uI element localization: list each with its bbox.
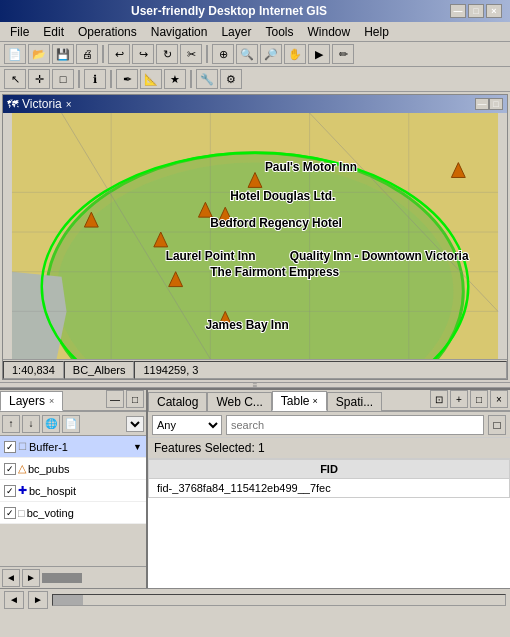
play-button[interactable]: ▶ [308,44,330,64]
tab-web-label: Web C... [216,395,262,409]
add-layer-button[interactable]: 🌐 [42,415,60,433]
layer-checkbox-voting[interactable]: ✓ [4,507,16,519]
tab-spatial-label: Spati... [336,395,373,409]
move-button[interactable]: ✛ [28,69,50,89]
features-selected-text: Features Selected: 1 [154,441,265,455]
svg-text:Paul's Motor Inn: Paul's Motor Inn [265,160,357,174]
scroll-track [42,569,144,587]
svg-text:Hotel Douglas Ltd.: Hotel Douglas Ltd. [230,189,335,203]
map-restore-button[interactable]: — [475,98,489,110]
layer-item-voting[interactable]: ✓ □ bc_voting [0,502,146,524]
maximize-button[interactable]: □ [468,4,484,18]
menu-help[interactable]: Help [358,24,395,40]
layer-checkbox-hospit[interactable]: ✓ [4,485,16,497]
map-container: 🗺 Victoria × — □ [0,92,510,382]
layer-visibility-buffer[interactable]: ☐ [18,441,27,452]
menu-file[interactable]: File [4,24,35,40]
scroll-right-btn[interactable]: ► [22,569,40,587]
draw-button[interactable]: ✒ [116,69,138,89]
table-area[interactable]: FID fid-_3768fa84_115412eb499__7fec [148,459,510,588]
menu-layer[interactable]: Layer [215,24,257,40]
status-scroll-track[interactable] [52,594,506,606]
feature-filter-select[interactable]: Any Selected All [152,415,222,435]
menu-operations[interactable]: Operations [72,24,143,40]
refresh-button[interactable]: ↻ [156,44,178,64]
layer-settings-button[interactable]: 📄 [62,415,80,433]
layer-scroll-btn[interactable]: ▼ [133,442,142,452]
layer-item-hospit[interactable]: ✓ ✚ bc_hospit [0,480,146,502]
menu-navigation[interactable]: Navigation [145,24,214,40]
new-button[interactable]: 📄 [4,44,26,64]
status-scroll-thumb[interactable] [53,595,83,605]
zoom-extent-button[interactable]: ⊕ [212,44,234,64]
search-options-btn[interactable]: □ [488,415,506,435]
bottom-panel: Layers × — □ ↑ ↓ 🌐 📄 ▼ ✓ ☐ [0,388,510,588]
layer-item-buffer[interactable]: ✓ ☐ Buffer-1 ▼ [0,436,146,458]
box-button[interactable]: □ [52,69,74,89]
toolbar-row-1: 📄 📂 💾 🖨 ↩ ↪ ↻ ✂ ⊕ 🔍 🔎 ✋ ▶ ✏ [0,42,510,67]
zoom-in-button[interactable]: 🔍 [236,44,258,64]
open-button[interactable]: 📂 [28,44,50,64]
zoom-out-button[interactable]: 🔎 [260,44,282,64]
delete-button[interactable]: ✂ [180,44,202,64]
right-panel-maximize-btn[interactable]: □ [470,390,488,408]
layer-checkbox-buffer[interactable]: ✓ [4,441,16,453]
right-panel-icons-btn[interactable]: ⊡ [430,390,448,408]
scroll-left-btn[interactable]: ◄ [2,569,20,587]
pan-button[interactable]: ✋ [284,44,306,64]
layers-list-container: ✓ ☐ Buffer-1 ▼ ✓ △ bc_pubs ✓ ✚ bc_hospit [0,436,146,566]
close-button[interactable]: × [486,4,502,18]
edit-button[interactable]: ✏ [332,44,354,64]
svg-text:Laurel Point Inn: Laurel Point Inn [166,249,256,263]
tab-web[interactable]: Web C... [207,392,271,411]
map-scale: 1:40,834 [3,361,64,379]
layer-item-pubs[interactable]: ✓ △ bc_pubs [0,458,146,480]
status-scroll-right[interactable]: ► [28,591,48,609]
layer-scroll-select[interactable]: ▼ [126,416,144,432]
tab-table-close[interactable]: × [313,396,318,406]
panel-minimize-btn[interactable]: — [106,390,124,408]
select-button[interactable]: ↖ [4,69,26,89]
layers-controls: ↑ ↓ 🌐 📄 ▼ [0,412,146,436]
table-row[interactable]: fid-_3768fa84_115412eb499__7fec [149,479,510,498]
table-search-input[interactable] [226,415,484,435]
layers-tab-bar: Layers × — □ [0,390,146,412]
undo-button[interactable]: ↩ [108,44,130,64]
menu-tools[interactable]: Tools [259,24,299,40]
save-button[interactable]: 💾 [52,44,74,64]
panel-maximize-btn[interactable]: □ [126,390,144,408]
tab-table-label: Table [281,394,310,408]
layer-checkbox-pubs[interactable]: ✓ [4,463,16,475]
map-viewport[interactable]: Paul's Motor Inn Hotel Douglas Ltd. Bedf… [3,113,507,359]
menu-edit[interactable]: Edit [37,24,70,40]
features-selected-bar: Features Selected: 1 [148,438,510,459]
measure-button[interactable]: 📐 [140,69,162,89]
separator-1 [102,45,104,63]
move-layer-up-button[interactable]: ↑ [2,415,20,433]
scroll-thumb[interactable] [42,573,82,583]
status-bar: ◄ ► [0,588,510,610]
extra-button[interactable]: ⚙ [220,69,242,89]
minimize-button[interactable]: — [450,4,466,18]
tab-table[interactable]: Table × [272,391,327,411]
menu-window[interactable]: Window [301,24,356,40]
layers-tab-close[interactable]: × [49,396,54,406]
tab-spatial[interactable]: Spati... [327,392,382,411]
panel-window-controls: — □ [104,388,146,411]
tools2-button[interactable]: 🔧 [196,69,218,89]
tab-spacer-right [382,410,428,411]
status-scroll-left[interactable]: ◄ [4,591,24,609]
redo-button[interactable]: ↪ [132,44,154,64]
app-title: User-friendly Desktop Internet GIS [8,4,450,18]
right-panel-add-btn[interactable]: + [450,390,468,408]
tab-catalog[interactable]: Catalog [148,392,207,411]
map-tab-close[interactable]: × [66,99,72,110]
print-button[interactable]: 🖨 [76,44,98,64]
move-layer-down-button[interactable]: ↓ [22,415,40,433]
separator-4 [110,70,112,88]
symbol-button[interactable]: ★ [164,69,186,89]
layers-tab[interactable]: Layers × [0,391,63,411]
map-maximize-button[interactable]: □ [489,98,503,110]
right-panel-close-btn[interactable]: × [490,390,508,408]
info-button[interactable]: ℹ [84,69,106,89]
